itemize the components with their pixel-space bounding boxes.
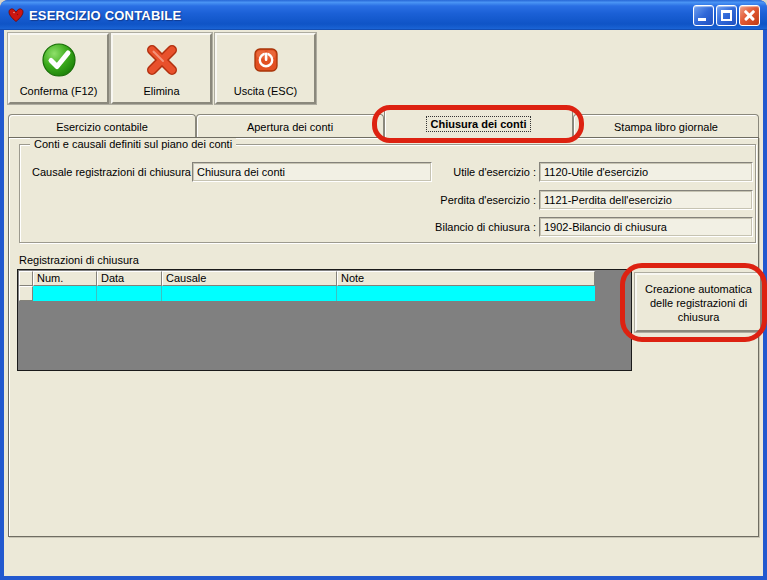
minimize-icon [698, 18, 706, 21]
tab-panel-chiusura: Conti e causali definiti sul piano dei c… [8, 137, 759, 537]
delete-button[interactable]: Elimina [111, 33, 212, 104]
utile-esercizio-label: Utile d'esercizio : [320, 166, 536, 178]
column-header-num[interactable]: Num. [33, 271, 97, 286]
confirm-button-label: Conferma (F12) [20, 85, 98, 97]
registrations-section-label: Registrazioni di chiusura [19, 254, 139, 266]
minimize-button[interactable] [693, 5, 714, 26]
maximize-button[interactable] [716, 5, 737, 26]
tab-label: Chiusura dei conti [427, 117, 531, 131]
tab-label: Stampa libro giornale [614, 121, 718, 133]
create-closing-registrations-button[interactable]: Creazione automatica delle registrazioni… [635, 273, 762, 332]
cell-num[interactable] [33, 286, 97, 301]
tab-stampa-libro-giornale[interactable]: Stampa libro giornale [573, 114, 759, 138]
cell-note[interactable] [337, 286, 595, 301]
tab-label: Apertura dei conti [247, 121, 333, 133]
utile-esercizio-input[interactable] [539, 162, 753, 182]
strawberry-app-icon [8, 7, 24, 23]
perdita-esercizio-input[interactable] [539, 190, 753, 210]
column-header-causale[interactable]: Causale [162, 271, 337, 286]
row-selector-cell[interactable] [19, 286, 33, 301]
table-row-selected[interactable] [19, 286, 595, 301]
close-button[interactable] [739, 5, 760, 26]
titlebar[interactable]: ESERCIZIO CONTABILE [0, 0, 767, 30]
column-header-note[interactable]: Note [337, 271, 595, 286]
bilancio-chiusura-label: Bilancio di chiusura : [320, 221, 536, 233]
cell-causale[interactable] [162, 286, 337, 301]
bilancio-chiusura-input[interactable] [539, 217, 753, 237]
tab-label: Esercizio contabile [56, 121, 148, 133]
groupbox-title: Conti e causali definiti sul piano dei c… [30, 138, 236, 150]
delete-button-label: Elimina [143, 85, 179, 97]
tab-apertura-dei-conti[interactable]: Apertura dei conti [196, 114, 384, 138]
tab-esercizio-contabile[interactable]: Esercizio contabile [8, 114, 196, 138]
accounts-groupbox: Conti e causali definiti sul piano dei c… [19, 144, 756, 243]
window-title: ESERCIZIO CONTABILE [29, 8, 181, 23]
exit-button-label: Uscita (ESC) [234, 85, 298, 97]
registrations-grid[interactable]: Num. Data Causale Note [17, 269, 632, 371]
exit-power-icon [247, 41, 285, 79]
perdita-esercizio-label: Perdita d'esercizio : [320, 194, 536, 206]
confirm-button[interactable]: Conferma (F12) [8, 33, 109, 104]
grid-selector-header [19, 271, 33, 286]
maximize-icon [721, 10, 732, 21]
tab-chiusura-dei-conti[interactable]: Chiusura dei conti [384, 108, 573, 138]
client-area: Conferma (F12) Elimina Uscita (ESC) Eser… [4, 30, 763, 576]
causale-chiusura-label: Causale registrazioni di chiusura : [32, 166, 197, 178]
cell-data[interactable] [97, 286, 162, 301]
exit-button[interactable]: Uscita (ESC) [215, 33, 316, 104]
app-window: ESERCIZIO CONTABILE Conferma (F12) [0, 0, 767, 580]
delete-x-icon [143, 41, 181, 79]
confirm-check-icon [40, 41, 78, 79]
column-header-data[interactable]: Data [97, 271, 162, 286]
grid-header-row: Num. Data Causale Note [19, 271, 595, 286]
